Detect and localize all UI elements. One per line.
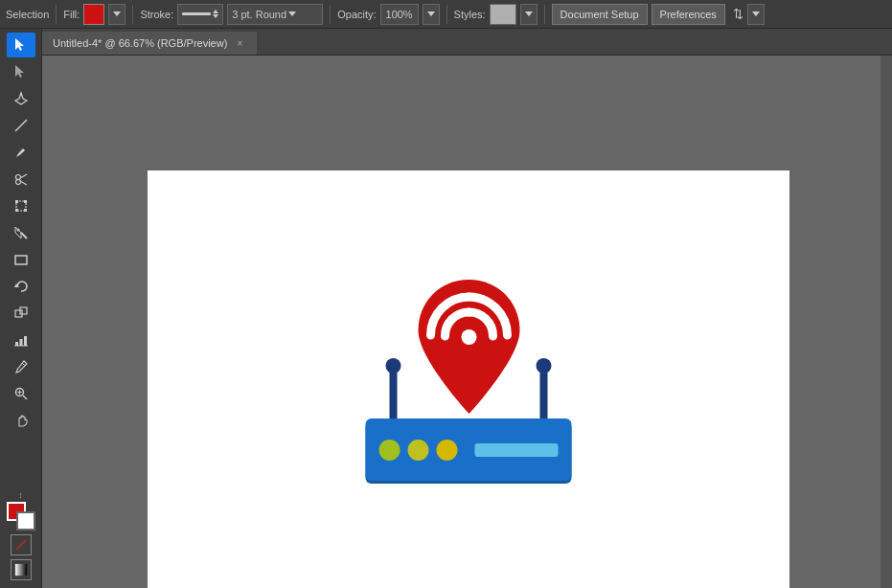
color-mode-btn[interactable] (11, 559, 32, 580)
divider-5 (544, 5, 545, 24)
arrange-arrow-icon (752, 11, 760, 16)
arrange-icon[interactable]: ⇅ (733, 7, 743, 21)
brush-icon (13, 145, 29, 160)
styles-swatch[interactable] (490, 4, 516, 25)
svg-rect-9 (15, 200, 18, 203)
artboard (148, 170, 789, 588)
styles-dropdown[interactable] (520, 4, 537, 25)
none-swatch[interactable] (11, 534, 32, 555)
direct-selection-icon (13, 64, 29, 79)
led-2 (408, 440, 429, 461)
rotate-icon (13, 279, 29, 294)
pen-tool-btn[interactable] (7, 86, 35, 111)
svg-line-6 (20, 174, 27, 178)
left-toolbar: ↕ (0, 29, 42, 588)
scale-icon (13, 305, 29, 321)
scissors-tool-btn[interactable] (7, 167, 35, 192)
svg-rect-21 (19, 339, 22, 346)
fg-bg-swatch[interactable] (7, 502, 35, 531)
fill-color-swatch[interactable] (83, 4, 104, 25)
divider-4 (446, 5, 447, 24)
hand-tool-btn[interactable] (7, 408, 35, 433)
svg-marker-0 (15, 38, 24, 51)
preferences-button[interactable]: Preferences (652, 4, 725, 25)
direct-selection-tool-btn[interactable] (7, 59, 35, 84)
styles-arrow-icon (525, 11, 533, 16)
svg-rect-16 (15, 256, 27, 264)
fill-label: Fill: (63, 9, 80, 20)
eyedropper-icon (13, 359, 29, 374)
divider-1 (56, 5, 57, 24)
line-icon (13, 118, 29, 133)
divider-3 (330, 5, 331, 24)
brush-tool-btn[interactable] (7, 140, 35, 165)
fill-dropdown[interactable] (108, 4, 126, 25)
svg-line-13 (21, 233, 27, 238)
opacity-input[interactable] (380, 4, 419, 25)
svg-rect-20 (15, 342, 18, 346)
tab-close-btn[interactable]: × (233, 36, 246, 50)
shape-tool-btn[interactable] (7, 247, 35, 272)
router-illustration (366, 270, 572, 481)
stroke-value-dropdown[interactable]: 3 pt. Round (227, 4, 323, 25)
router-body (366, 418, 572, 481)
svg-rect-30 (14, 564, 26, 576)
svg-point-4 (15, 175, 20, 180)
hand-icon (13, 413, 29, 428)
top-toolbar: Selection Fill: Stroke: 3 pt. Round Opac… (0, 0, 892, 29)
stroke-indicator (182, 12, 211, 15)
led-3 (437, 440, 458, 461)
selection-icon (13, 37, 29, 53)
swap-colors-btn[interactable]: ↕ (18, 490, 23, 500)
svg-rect-22 (24, 336, 27, 346)
router-status-bar (475, 443, 559, 457)
eyedropper-tool-btn[interactable] (7, 354, 35, 379)
router-body-wrapper (366, 418, 572, 481)
svg-point-31 (461, 329, 476, 345)
gradient-icon (14, 563, 28, 577)
document-setup-button[interactable]: Document Setup (552, 4, 648, 25)
graph-tool-btn[interactable] (7, 328, 35, 352)
router-antenna-left (390, 366, 398, 423)
stroke-dropdown[interactable] (177, 4, 223, 25)
svg-point-5 (15, 180, 20, 185)
transform-tool-btn[interactable] (7, 193, 35, 218)
opacity-dropdown[interactable] (423, 4, 440, 25)
svg-point-15 (16, 229, 19, 232)
svg-line-3 (15, 120, 27, 131)
none-icon (14, 538, 28, 552)
svg-line-29 (15, 540, 26, 551)
canvas-content[interactable] (42, 56, 892, 588)
selection-tool-btn[interactable] (7, 33, 35, 57)
zoom-tool-btn[interactable] (7, 381, 35, 406)
stroke-spinner-icon (213, 10, 218, 18)
canvas-area: Untitled-4* @ 66.67% (RGB/Preview) × (42, 29, 892, 588)
background-swatch[interactable] (16, 511, 35, 531)
magic-wand-tool-btn[interactable] (7, 220, 35, 245)
tab-title: Untitled-4* @ 66.67% (RGB/Preview) (53, 37, 227, 49)
stroke-value-arrow-icon (288, 11, 296, 16)
vertical-scrollbar[interactable] (881, 56, 892, 588)
scale-tool-btn[interactable] (7, 301, 35, 326)
stroke-line (182, 12, 211, 15)
line-tool-btn[interactable] (7, 113, 35, 138)
wifi-pin-icon (406, 270, 531, 423)
styles-label: Styles: (454, 9, 486, 20)
arrange-dropdown[interactable] (747, 4, 765, 25)
color-tools: ↕ (7, 490, 35, 584)
svg-line-7 (20, 181, 27, 185)
rotate-tool-btn[interactable] (7, 274, 35, 299)
illustration-container (366, 270, 572, 481)
router-antenna-right (540, 366, 548, 423)
stroke-label: Stroke: (140, 9, 173, 20)
svg-rect-11 (15, 209, 18, 212)
svg-rect-12 (24, 209, 27, 212)
svg-rect-10 (24, 200, 27, 203)
zoom-icon (13, 386, 29, 401)
document-tab[interactable]: Untitled-4* @ 66.67% (RGB/Preview) × (42, 32, 257, 55)
stroke-value-text: 3 pt. Round (232, 9, 286, 20)
transform-icon (13, 198, 29, 214)
svg-line-24 (22, 363, 25, 366)
graph-icon (13, 332, 29, 348)
led-1 (379, 440, 400, 461)
